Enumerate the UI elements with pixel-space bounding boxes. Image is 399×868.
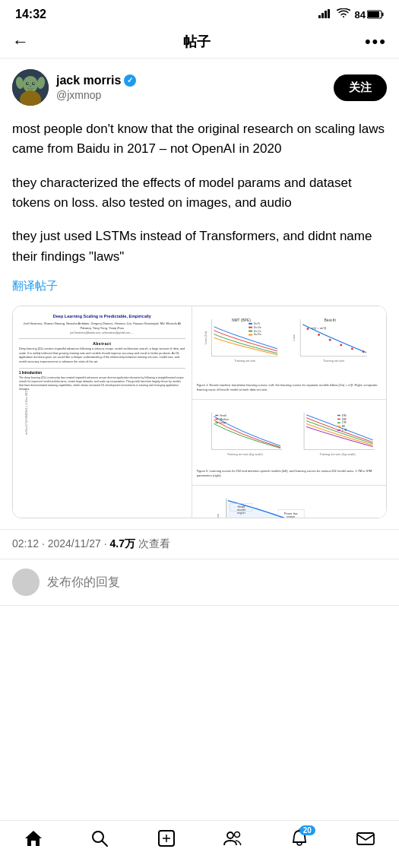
paper-right-panel: NMT (BPE) Loss (1/n) Training set size bbox=[192, 306, 386, 518]
svg-text:region: region bbox=[287, 515, 295, 518]
post-meta: 02:12 · 2024/11/27 · 4.7万 次查看 bbox=[0, 529, 399, 559]
svg-rect-57 bbox=[337, 423, 340, 423]
avatar-image bbox=[12, 69, 49, 106]
svg-rect-55 bbox=[337, 419, 340, 420]
svg-rect-22 bbox=[249, 323, 252, 325]
nav-notification[interactable]: 20 bbox=[290, 828, 309, 853]
nav-home[interactable] bbox=[24, 828, 43, 853]
status-time: 14:32 bbox=[15, 8, 46, 21]
paper-abstract-text: Deep learning (DL) creates impactful adv… bbox=[19, 347, 185, 365]
svg-point-37 bbox=[351, 348, 353, 350]
svg-rect-44 bbox=[215, 415, 218, 416]
svg-rect-3 bbox=[328, 9, 330, 18]
svg-rect-28 bbox=[249, 334, 252, 336]
post-date: 2024/11/27 bbox=[48, 537, 101, 550]
chart-2-caption: Figure 5: Learning curves for DI2 and at… bbox=[197, 469, 382, 477]
svg-text:Large: Large bbox=[220, 422, 226, 425]
svg-text:ε(n) = αn^β: ε(n) = αn^β bbox=[312, 326, 327, 330]
follow-button[interactable]: 关注 bbox=[334, 74, 387, 101]
svg-rect-6 bbox=[382, 13, 384, 17]
paper-title: Deep Learning Scaling is Predictable, Em… bbox=[19, 314, 185, 319]
svg-text:Loss: Loss bbox=[216, 514, 220, 518]
back-button[interactable]: ← bbox=[12, 32, 29, 52]
chart-section-2: Small Medium Large Training set size (lo… bbox=[192, 400, 386, 486]
search-icon bbox=[90, 828, 109, 853]
svg-text:En-De: En-De bbox=[254, 326, 261, 329]
post-paragraph-1: most people don't know that the original… bbox=[12, 119, 387, 160]
svg-text:En-Ru: En-Ru bbox=[254, 333, 261, 336]
chart-section-1: NMT (BPE) Loss (1/n) Training set size bbox=[192, 306, 386, 400]
svg-point-83 bbox=[227, 832, 233, 838]
post-content: most people don't know that the original… bbox=[0, 112, 399, 276]
svg-text:17M: 17M bbox=[341, 422, 346, 425]
svg-text:Small: Small bbox=[220, 414, 226, 417]
reply-avatar bbox=[12, 569, 40, 596]
svg-line-79 bbox=[103, 841, 108, 847]
nav-compose[interactable] bbox=[157, 828, 176, 853]
author-details: jack morris ✓ @jxmnop bbox=[56, 74, 136, 101]
svg-rect-24 bbox=[249, 327, 252, 328]
signal-icon bbox=[318, 9, 332, 21]
svg-rect-86 bbox=[357, 833, 374, 844]
author-info-left: jack morris ✓ @jxmnop bbox=[12, 69, 136, 106]
svg-text:Loss: Loss bbox=[292, 334, 296, 341]
svg-rect-61 bbox=[337, 430, 340, 431]
home-icon bbox=[24, 828, 43, 853]
svg-point-15 bbox=[30, 86, 32, 87]
bottom-nav: 20 bbox=[0, 820, 399, 868]
svg-text:87M: 87M bbox=[341, 414, 346, 417]
svg-point-8 bbox=[23, 76, 38, 93]
paper-image[interactable]: arXiv:1712.00409v1 | 1 Dec 2017 Deep Lea… bbox=[12, 306, 387, 518]
svg-text:Training set size: Training set size bbox=[234, 360, 255, 363]
battery-icon: 84 bbox=[355, 9, 384, 21]
notification-badge: 20 bbox=[299, 825, 315, 835]
author-display-name[interactable]: jack morris bbox=[56, 74, 121, 87]
translate-link[interactable]: 翻译帖子 bbox=[0, 276, 399, 303]
more-button[interactable]: ••• bbox=[365, 32, 387, 52]
svg-text:Medium: Medium bbox=[220, 418, 229, 421]
svg-rect-46 bbox=[215, 419, 218, 420]
nav-mail[interactable] bbox=[356, 828, 375, 853]
svg-rect-5 bbox=[368, 11, 379, 17]
svg-text:Loss (1/n): Loss (1/n) bbox=[203, 331, 207, 344]
svg-text:region: region bbox=[237, 512, 245, 515]
reply-input[interactable] bbox=[47, 575, 387, 589]
svg-rect-1 bbox=[321, 13, 324, 18]
svg-point-84 bbox=[235, 832, 240, 838]
status-bar: 14:32 84 bbox=[0, 0, 399, 26]
paper-affiliations: joel.hestness@baidu.com, snhestness@gmai… bbox=[19, 331, 185, 335]
mail-icon bbox=[356, 828, 375, 853]
svg-point-34 bbox=[318, 334, 320, 336]
reply-bar[interactable] bbox=[0, 559, 399, 606]
verified-badge: ✓ bbox=[124, 74, 136, 87]
author-row: jack morris ✓ @jxmnop 关注 bbox=[0, 59, 399, 112]
svg-rect-59 bbox=[337, 426, 340, 427]
nav-bar: ← 帖子 ••• bbox=[0, 26, 399, 59]
svg-text:En-Cs: En-Cs bbox=[254, 330, 261, 333]
post-paragraph-2: they characterized the effects of model … bbox=[12, 173, 387, 214]
paper-intro-title: 1 Introduction bbox=[19, 371, 185, 375]
paper-left-panel: arXiv:1712.00409v1 | 1 Dec 2017 Deep Lea… bbox=[13, 306, 192, 518]
chart-1-svg: NMT (BPE) Loss (1/n) Training set size bbox=[197, 311, 382, 383]
wifi-icon bbox=[337, 8, 350, 21]
nav-search[interactable] bbox=[90, 828, 109, 853]
svg-point-14 bbox=[33, 83, 34, 84]
svg-point-13 bbox=[27, 83, 28, 84]
arxiv-label: arXiv:1712.00409v1 | 1 Dec 2017 bbox=[24, 389, 28, 434]
post-time: 02:12 bbox=[12, 537, 39, 550]
svg-text:Training set size (log scale): Training set size (log scale) bbox=[226, 453, 263, 457]
svg-text:8M: 8M bbox=[341, 426, 345, 429]
svg-text:NMT (BPE): NMT (BPE) bbox=[232, 318, 251, 322]
chart-3-svg: Small model region Power law region Irre… bbox=[197, 490, 382, 518]
svg-rect-53 bbox=[337, 415, 340, 416]
post-meta-separator-2: · bbox=[104, 537, 107, 550]
chart-section-3: Small model region Power law region Irre… bbox=[192, 486, 386, 518]
author-handle[interactable]: @jxmnop bbox=[56, 89, 136, 101]
page-title: 帖子 bbox=[183, 33, 211, 51]
compose-icon bbox=[157, 828, 176, 853]
svg-text:35M: 35M bbox=[341, 418, 346, 421]
svg-text:Training set size (log scale): Training set size (log scale) bbox=[319, 453, 356, 457]
avatar[interactable] bbox=[12, 69, 49, 106]
post-paragraph-3: they just used LSTMs instead of Transfor… bbox=[12, 227, 387, 267]
nav-people[interactable] bbox=[223, 828, 242, 853]
